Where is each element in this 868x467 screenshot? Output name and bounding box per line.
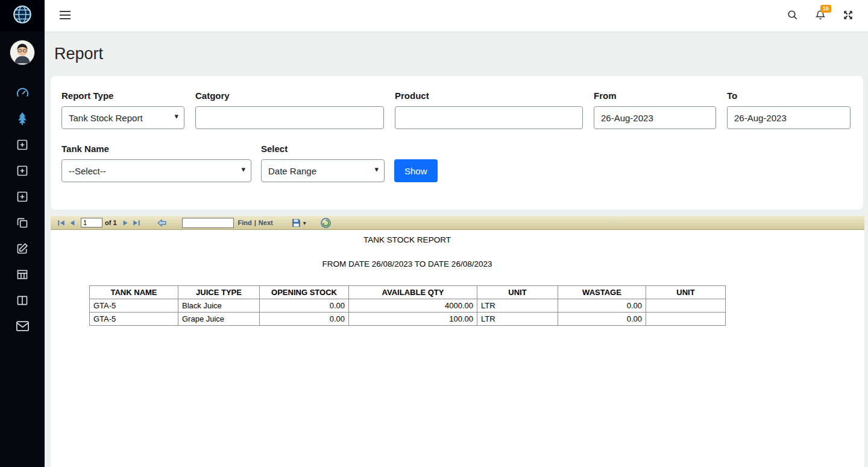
col-header-opening-stock: OPENING STOCK xyxy=(260,286,349,299)
cell-tank-name: GTA-5 xyxy=(90,313,178,326)
notifications-button[interactable]: 15 xyxy=(815,9,826,23)
cell-unit-1: LTR xyxy=(477,313,558,326)
cell-tank-name: GTA-5 xyxy=(90,299,178,313)
from-date-input[interactable] xyxy=(594,106,716,129)
next-page-icon[interactable] xyxy=(121,217,131,228)
find-text-input[interactable] xyxy=(182,218,234,228)
refresh-icon[interactable] xyxy=(321,217,332,228)
sidebar-item-add-3[interactable] xyxy=(0,185,45,211)
search-icon xyxy=(787,10,798,22)
cell-available-qty: 100.00 xyxy=(349,313,477,326)
report-title: TANK STOCK REPORT xyxy=(89,235,725,244)
user-avatar[interactable] xyxy=(10,40,35,65)
table-row: GTA-5 Black Juice 0.00 4000.00 LTR 0.00 xyxy=(90,299,726,313)
report-type-label: Report Type xyxy=(61,91,184,101)
cell-wastage: 0.00 xyxy=(558,313,646,326)
cell-juice-type: Black Juice xyxy=(178,299,260,313)
tree-icon xyxy=(16,112,28,128)
columns-icon xyxy=(16,294,28,309)
sidebar-item-mail[interactable] xyxy=(0,314,45,340)
plus-square-icon xyxy=(16,165,28,179)
show-button[interactable]: Show xyxy=(394,159,438,182)
topbar: 15 xyxy=(45,0,868,31)
main-area: 15 Report Report Type xyxy=(45,0,868,467)
tank-name-select[interactable]: --Select-- xyxy=(61,159,251,182)
next-find-link[interactable]: Next xyxy=(259,219,273,226)
report-toolbar: of 1 Find xyxy=(51,216,864,230)
col-header-available-qty: AVAILABLE QTY xyxy=(349,286,477,299)
col-header-wastage: WASTAGE xyxy=(558,286,646,299)
copy-icon xyxy=(16,217,28,231)
expand-arrows-icon xyxy=(843,10,854,22)
to-date-label: To xyxy=(727,91,851,101)
previous-page-icon[interactable] xyxy=(66,217,77,228)
sidebar-item-documents[interactable] xyxy=(0,211,45,237)
sidebar-item-add-1[interactable] xyxy=(0,133,45,159)
plus-square-icon xyxy=(16,139,28,153)
cell-opening-stock: 0.00 xyxy=(260,299,349,313)
sidebar-item-dashboard[interactable] xyxy=(0,81,45,107)
app-root: 15 Report Report Type xyxy=(0,0,868,467)
range-select-label: Select xyxy=(261,144,385,154)
page-number-input[interactable] xyxy=(81,218,102,227)
report-type-select[interactable]: Tank Stock Report xyxy=(61,106,184,129)
find-next-separator: | xyxy=(254,219,256,226)
report-page: TANK STOCK REPORT FROM DATE 26/08/2023 T… xyxy=(51,230,864,467)
globe-logo-icon xyxy=(11,3,34,28)
find-link[interactable]: Find xyxy=(238,219,252,226)
sidebar-item-tree[interactable] xyxy=(0,107,45,133)
report-viewer: of 1 Find xyxy=(51,216,864,467)
product-label: Product xyxy=(395,91,583,101)
sidebar-item-table[interactable] xyxy=(0,262,45,288)
page-header: Report xyxy=(45,31,868,76)
report-table: TANK NAME JUICE TYPE OPENING STOCK AVAIL… xyxy=(89,285,726,326)
cell-unit-1: LTR xyxy=(477,299,558,313)
cell-wastage: 0.00 xyxy=(558,299,646,313)
export-dropdown-caret-icon[interactable]: ▾ xyxy=(303,220,306,226)
category-field: Catgory xyxy=(195,91,384,129)
col-header-tank-name: TANK NAME xyxy=(90,286,178,299)
category-input[interactable] xyxy=(195,106,384,129)
product-field: Product xyxy=(395,91,583,129)
search-button[interactable] xyxy=(787,10,798,22)
menu-toggle-button[interactable] xyxy=(59,10,71,22)
plus-square-icon xyxy=(16,191,28,205)
table-header-row: TANK NAME JUICE TYPE OPENING STOCK AVAIL… xyxy=(90,286,726,299)
col-header-unit-2: UNIT xyxy=(646,286,726,299)
to-date-input[interactable] xyxy=(727,106,851,129)
sidebar-item-columns[interactable] xyxy=(0,288,45,314)
sidebar-item-edit[interactable] xyxy=(0,237,45,262)
to-date-field: To xyxy=(727,91,851,129)
last-page-icon[interactable] xyxy=(131,217,142,228)
page-title: Report xyxy=(54,45,103,63)
show-field: Show xyxy=(394,144,438,182)
cell-unit-2 xyxy=(646,299,726,313)
col-header-unit-1: UNIT xyxy=(477,286,558,299)
cell-juice-type: Grape Juice xyxy=(178,313,260,326)
report-filter-card: Report Type Tank Stock Report Catgory Pr… xyxy=(51,76,863,210)
range-select-field: Select Date Range xyxy=(261,144,385,182)
table-row: GTA-5 Grape Juice 0.00 100.00 LTR 0.00 xyxy=(90,313,726,326)
cell-available-qty: 4000.00 xyxy=(349,299,477,313)
fullscreen-button[interactable] xyxy=(843,10,854,22)
dashboard-gauge-icon xyxy=(16,86,30,102)
cell-opening-stock: 0.00 xyxy=(260,313,349,326)
product-input[interactable] xyxy=(395,106,583,129)
page-count-label: of 1 xyxy=(105,219,117,226)
table-icon xyxy=(16,268,28,283)
app-logo xyxy=(0,0,45,31)
from-date-field: From xyxy=(594,91,716,129)
range-select[interactable]: Date Range xyxy=(261,159,385,182)
report-type-field: Report Type Tank Stock Report xyxy=(61,91,184,129)
category-label: Catgory xyxy=(195,91,384,101)
cell-unit-2 xyxy=(646,313,726,326)
export-save-icon[interactable] xyxy=(291,217,302,228)
back-to-parent-icon[interactable] xyxy=(157,217,168,228)
sidebar-nav xyxy=(0,81,45,340)
first-page-icon[interactable] xyxy=(55,217,66,228)
report-date-range: FROM DATE 26/08/2023 TO DATE 26/08/2023 xyxy=(89,259,725,268)
sidebar-item-add-2[interactable] xyxy=(0,159,45,185)
notification-count-badge: 15 xyxy=(820,5,831,13)
from-date-label: From xyxy=(594,91,716,101)
envelope-icon xyxy=(16,321,29,334)
